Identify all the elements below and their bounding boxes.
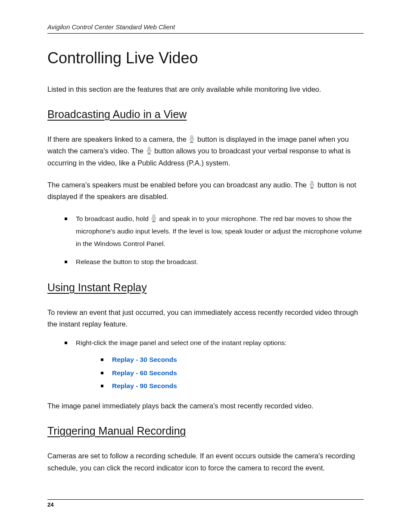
section1-paragraph2: The camera's speakers must be enabled be… (47, 179, 364, 202)
header-rule (47, 33, 364, 34)
section2-paragraph1: To review an event that just occurred, y… (47, 307, 364, 330)
page-number: 24 (47, 501, 364, 508)
document-page: Avigilon Control Center Standard Web Cli… (0, 0, 411, 532)
list-item: Right-click the image panel and select o… (65, 337, 364, 392)
microphone-icon (189, 135, 195, 143)
section2-bullet-list: Right-click the image panel and select o… (47, 337, 364, 392)
text-fragment: Right-click the image panel and select o… (76, 339, 286, 346)
section2-paragraph2: The image panel immediately plays back t… (47, 400, 364, 412)
section3-paragraph1: Cameras are set to follow a recording sc… (47, 450, 364, 473)
intro-paragraph: Listed in this section are the features … (47, 84, 364, 95)
list-item: Replay - 60 Seconds (101, 367, 364, 380)
text-fragment: The camera's speakers must be enabled be… (47, 181, 308, 189)
section-heading-instant-replay: Using Instant Replay (47, 281, 364, 294)
page-title: Controlling Live Video (47, 49, 364, 67)
text-fragment: If there are speakers linked to a camera… (47, 135, 188, 143)
replay-options-list: Replay - 30 Seconds Replay - 60 Seconds … (76, 354, 364, 392)
microphone-icon (309, 181, 315, 189)
section-heading-broadcasting: Broadcasting Audio in a View (47, 108, 364, 121)
list-item: Replay - 30 Seconds (101, 354, 364, 366)
replay-option: Replay - 60 Seconds (112, 369, 177, 376)
footer-rule (47, 499, 364, 500)
replay-option: Replay - 90 Seconds (112, 382, 177, 389)
microphone-icon (146, 147, 152, 155)
list-item: To broadcast audio, hold and speak in to… (65, 213, 364, 250)
page-footer: 24 (47, 499, 364, 508)
text-fragment: To broadcast audio, hold (76, 215, 150, 222)
section1-paragraph1: If there are speakers linked to a camera… (47, 134, 364, 169)
section1-bullet-list: To broadcast audio, hold and speak in to… (47, 213, 364, 268)
replay-option: Replay - 30 Seconds (112, 356, 177, 363)
section-heading-manual-recording: Triggering Manual Recording (47, 425, 364, 437)
running-header: Avigilon Control Center Standard Web Cli… (47, 23, 364, 33)
list-item: Release the button to stop the broadcast… (65, 256, 364, 268)
list-item: Replay - 90 Seconds (101, 380, 364, 392)
microphone-icon (151, 215, 157, 222)
